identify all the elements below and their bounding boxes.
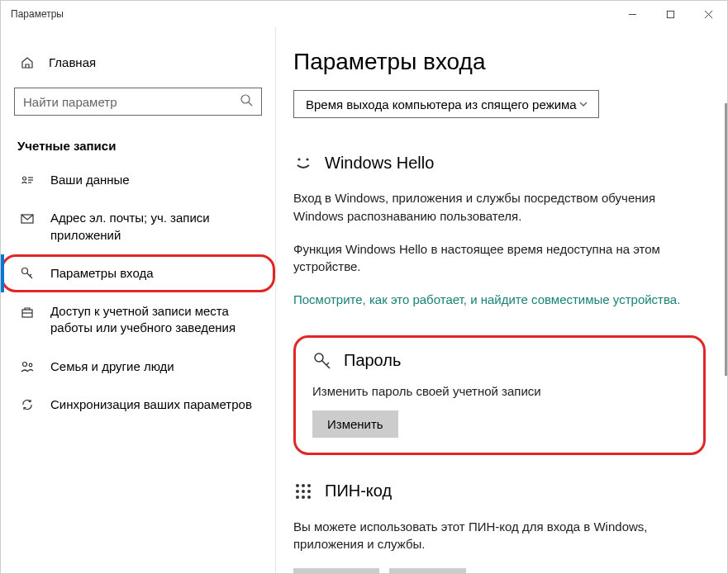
sidebar-item-label: Ваши данные bbox=[50, 172, 130, 188]
svg-point-16 bbox=[23, 362, 27, 366]
key-icon bbox=[21, 267, 34, 280]
sync-icon bbox=[21, 398, 34, 411]
dropdown-label: Время выхода компьютера из спящего режим… bbox=[306, 97, 577, 111]
svg-point-18 bbox=[297, 158, 300, 160]
sidebar-item-label: Доступ к учетной записи места работы или… bbox=[50, 303, 265, 337]
sidebar-item-signin-options[interactable]: Параметры входа bbox=[1, 254, 275, 292]
svg-rect-1 bbox=[667, 11, 673, 17]
content-area: Параметры входа Время выхода компьютера … bbox=[275, 27, 727, 573]
scrollbar[interactable] bbox=[725, 103, 727, 376]
sidebar-item-label: Параметры входа bbox=[50, 265, 154, 282]
svg-line-5 bbox=[249, 102, 252, 106]
change-password-button[interactable]: Изменить bbox=[312, 410, 398, 438]
sidebar-item-label: Адрес эл. почты; уч. записи приложений bbox=[50, 210, 265, 244]
sidebar-item-sync[interactable]: Синхронизация ваших параметров bbox=[1, 386, 275, 424]
chevron-down-icon bbox=[578, 97, 588, 111]
pin-description: Вы можете использовать этот ПИН-код для … bbox=[293, 518, 706, 554]
minimize-button[interactable] bbox=[613, 1, 651, 27]
titlebar-controls bbox=[613, 1, 727, 27]
home-link[interactable]: Главная bbox=[1, 49, 275, 76]
mail-icon bbox=[21, 212, 34, 225]
section-title: Windows Hello bbox=[293, 153, 706, 173]
svg-point-6 bbox=[23, 177, 26, 180]
home-label: Главная bbox=[49, 55, 96, 69]
titlebar: Параметры bbox=[1, 1, 727, 27]
section-password: Пароль Изменить пароль своей учетной зап… bbox=[293, 335, 706, 455]
section-windows-hello: Windows Hello Вход в Windows, приложения… bbox=[293, 153, 706, 309]
svg-line-21 bbox=[322, 360, 331, 368]
person-card-icon bbox=[21, 173, 34, 187]
sidebar-item-your-info[interactable]: Ваши данные bbox=[1, 161, 275, 199]
briefcase-icon bbox=[21, 306, 34, 319]
people-icon bbox=[21, 360, 34, 373]
sidebar-item-label: Синхронизация ваших параметров bbox=[50, 396, 252, 413]
password-description: Изменить пароль своей учетной записи bbox=[312, 382, 687, 401]
key-icon bbox=[312, 351, 332, 371]
section-title-text: Windows Hello bbox=[325, 154, 434, 173]
pin-grid-icon bbox=[293, 481, 313, 501]
close-button[interactable] bbox=[689, 1, 727, 27]
require-signin-dropdown[interactable]: Время выхода компьютера из спящего режим… bbox=[293, 90, 599, 118]
section-title: Пароль bbox=[312, 351, 687, 371]
window-title: Параметры bbox=[11, 8, 64, 20]
section-pin: ПИН-код Вы можете использовать этот ПИН-… bbox=[293, 481, 706, 574]
svg-point-19 bbox=[306, 158, 308, 160]
section-title-text: Пароль bbox=[344, 351, 401, 370]
sidebar-item-work-access[interactable]: Доступ к учетной записи места работы или… bbox=[1, 292, 275, 348]
sidebar-item-label: Семья и другие люди bbox=[50, 358, 174, 375]
sidebar-item-family[interactable]: Семья и другие люди bbox=[1, 348, 275, 386]
home-icon bbox=[21, 56, 34, 69]
search-input[interactable] bbox=[23, 95, 240, 109]
hello-unavailable: Функция Windows Hello в настоящее время … bbox=[293, 240, 706, 277]
search-icon bbox=[240, 93, 253, 110]
search-box[interactable] bbox=[14, 88, 262, 116]
hello-link[interactable]: Посмотрите, как это работает, и найдите … bbox=[293, 291, 706, 309]
remove-pin-button[interactable]: Удалить bbox=[389, 568, 466, 573]
sidebar-item-email[interactable]: Адрес эл. почты; уч. записи приложений bbox=[1, 199, 275, 254]
section-title: ПИН-код bbox=[293, 481, 706, 501]
smiley-icon bbox=[293, 153, 313, 173]
svg-line-22 bbox=[326, 363, 329, 365]
section-header: Учетные записи bbox=[1, 116, 275, 161]
section-title-text: ПИН-код bbox=[325, 481, 392, 500]
page-title: Параметры входа bbox=[293, 49, 706, 75]
hello-description: Вход в Windows, приложения и службы поср… bbox=[293, 189, 706, 225]
svg-point-11 bbox=[22, 268, 28, 273]
sidebar: Главная Учетные записи Ваши данные Адрес… bbox=[1, 27, 275, 573]
svg-point-17 bbox=[29, 363, 32, 367]
change-pin-button[interactable]: Изменить bbox=[293, 568, 379, 573]
svg-line-13 bbox=[30, 274, 31, 276]
maximize-button[interactable] bbox=[651, 1, 689, 27]
svg-point-4 bbox=[241, 95, 250, 103]
